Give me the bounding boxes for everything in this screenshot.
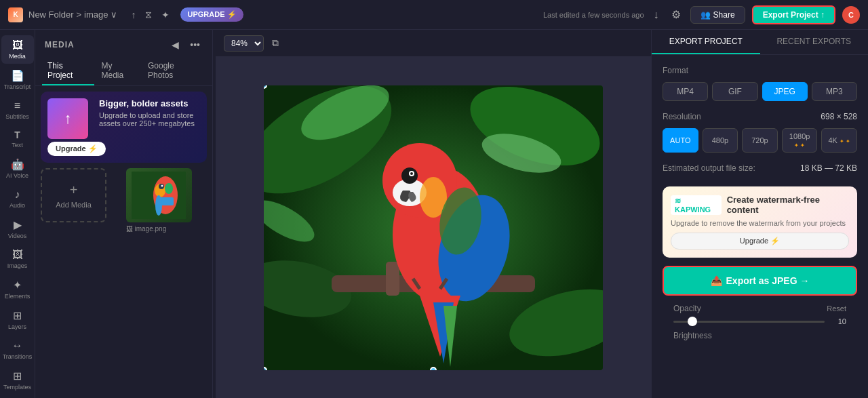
right-panel: EXPORT PROJECT RECENT EXPORTS Format MP4…	[651, 30, 868, 398]
layers-icon: ⊞	[13, 309, 22, 322]
breadcrumb-folder[interactable]: New Folder	[28, 9, 73, 20]
sidebar-item-transitions[interactable]: ↔ Transitions	[1, 336, 34, 364]
sidebar-label-transitions: Transitions	[3, 353, 33, 360]
media-col-right: 🖼 image.png	[126, 168, 208, 233]
sidebar-item-ai-voice[interactable]: 🤖 AI Voice	[1, 154, 34, 183]
opacity-control-row: Opacity Reset	[673, 304, 846, 313]
res-auto[interactable]: AUTO	[663, 128, 698, 153]
sidebar-item-videos[interactable]: ▶ Videos	[1, 214, 34, 243]
transitions-icon: ↔	[12, 340, 23, 352]
opacity-label: Opacity	[673, 304, 701, 313]
media-content: ↑ Bigger, bolder assets Upgrade to uploa…	[35, 86, 212, 398]
canvas-handle-bottom-center[interactable]	[430, 367, 437, 370]
parrot-canvas-svg	[264, 85, 603, 370]
transcript-icon: 📄	[11, 69, 24, 82]
svg-rect-6	[160, 197, 174, 205]
tab-export-project[interactable]: EXPORT PROJECT	[652, 30, 760, 54]
share-button[interactable]: 👥 Share	[690, 6, 745, 24]
sidebar-item-text[interactable]: T Text	[1, 125, 34, 153]
res-4k[interactable]: 4K ✦	[821, 128, 857, 153]
media-grid: + Add Media	[41, 168, 207, 233]
tab-recent-exports[interactable]: RECENT EXPORTS	[760, 30, 869, 54]
sidebar-item-elements[interactable]: ✦ Elements	[1, 275, 34, 304]
magic-icon[interactable]: ✦	[159, 7, 172, 23]
watermark-card-title: Create watermark-free content	[727, 195, 849, 215]
parrot-mini-svg	[132, 172, 186, 219]
sidebar-label-images: Images	[7, 262, 28, 269]
text-icon: T	[14, 130, 20, 140]
opacity-reset[interactable]: Reset	[827, 304, 846, 313]
upgrade-card-button[interactable]: Upgrade ⚡	[47, 142, 106, 156]
add-media-label: Add Media	[56, 201, 92, 209]
res-720p[interactable]: 720p	[742, 128, 778, 153]
format-gif[interactable]: GIF	[712, 82, 757, 101]
opacity-slider[interactable]	[673, 321, 825, 323]
media-more-icon[interactable]: •••	[187, 37, 203, 53]
upgrade-card-title: Bigger, bolder assets	[99, 98, 200, 108]
format-mp4[interactable]: MP4	[663, 82, 708, 101]
sidebar-label-transcript: Transcript	[4, 83, 31, 90]
last-edited-text: Last edited a few seconds ago	[543, 11, 644, 19]
download-icon[interactable]: ↓	[651, 6, 662, 24]
canvas-area: 84% ⧉	[216, 30, 651, 398]
avatar[interactable]: C	[842, 6, 860, 24]
format-mp3[interactable]: MP3	[812, 82, 857, 101]
breadcrumb-file[interactable]: image	[84, 9, 108, 20]
app-logo: K	[8, 7, 23, 22]
fit-canvas-icon[interactable]: ⧉	[269, 35, 281, 52]
sidebar-label-subtitles: Subtitles	[5, 113, 29, 120]
canvas-container[interactable]	[216, 57, 651, 398]
brightness-control-row: Brightness	[673, 331, 846, 340]
upgrade-card-desc: Upgrade to upload and store assets over …	[99, 111, 200, 127]
svg-point-27	[410, 172, 413, 175]
tab-my-media[interactable]: My Media	[96, 57, 140, 85]
media-thumbnail-parrot[interactable]	[126, 168, 192, 222]
res-480p[interactable]: 480p	[703, 128, 738, 153]
kapwing-logo: ≋ KAPWING	[671, 195, 722, 215]
filesize-row: Estimated output file size: 18 KB — 72 K…	[663, 163, 857, 173]
images-icon: 🖼	[12, 249, 23, 261]
share-label: Share	[713, 10, 735, 20]
res-1080p[interactable]: 1080p ✦	[782, 128, 818, 153]
format-jpeg[interactable]: JPEG	[762, 82, 808, 101]
subtitles-icon: ≡	[14, 100, 20, 112]
upgrade-button[interactable]: UPGRADE ⚡	[180, 7, 243, 22]
export-btn-icon: 📤	[711, 275, 722, 286]
tab-this-project[interactable]: This Project	[42, 57, 94, 85]
sidebar-label-videos: Videos	[8, 233, 26, 239]
sidebar-item-templates[interactable]: ⊞ Templates	[1, 365, 34, 395]
media-panel-title: MEDIA	[45, 40, 75, 49]
sidebar-item-subtitles[interactable]: ≡ Subtitles	[1, 96, 34, 124]
resolution-value: 698 × 528	[821, 112, 857, 121]
svg-point-5	[161, 185, 163, 187]
main-layout: 🖼 Media 📄 Transcript ≡ Subtitles T Text …	[0, 30, 868, 398]
watermark-card-desc: Upgrade to remove the watermark from you…	[671, 219, 849, 227]
settings-icon[interactable]: ⚙	[669, 5, 684, 24]
watermark-upgrade-button[interactable]: Upgrade ⚡	[671, 233, 849, 250]
sidebar-item-transcript[interactable]: 📄 Transcript	[1, 65, 34, 94]
upload-thumb-icon: ↑	[64, 110, 72, 127]
history-icon[interactable]: ⧖	[142, 6, 155, 23]
breadcrumb-dropdown-icon[interactable]: ∨	[111, 9, 117, 20]
topbar: K New Folder > image ∨ ↑ ⧖ ✦ UPGRADE ⚡ L…	[0, 0, 868, 30]
zoom-select[interactable]: 84%	[224, 35, 264, 52]
add-media-button[interactable]: + Add Media	[41, 168, 106, 222]
sidebar-item-media[interactable]: 🖼 Media	[1, 35, 34, 64]
sidebar-item-images[interactable]: 🖼 Images	[1, 245, 34, 273]
sidebar-label-media: Media	[9, 53, 26, 60]
media-collapse-icon[interactable]: ◀	[169, 37, 182, 53]
sidebar-label-ai-voice: AI Voice	[6, 172, 28, 179]
upgrade-card: ↑ Bigger, bolder assets Upgrade to uploa…	[41, 92, 207, 163]
sidebar-item-audio[interactable]: ♪ Audio	[1, 184, 34, 213]
file-icon: 🖼	[126, 225, 133, 233]
format-label: Format	[663, 66, 857, 75]
export-as-jpeg-button[interactable]: 📤 Export as JPEG →	[663, 266, 857, 296]
export-project-button[interactable]: Export Project ↑	[752, 5, 835, 24]
tab-google-photos[interactable]: Google Photos	[142, 57, 205, 85]
upload-icon[interactable]: ↑	[128, 7, 138, 23]
svg-point-3	[165, 183, 173, 194]
breadcrumb-sep1: >	[76, 9, 81, 20]
sidebar-item-layers[interactable]: ⊞ Layers	[1, 305, 34, 334]
filesize-value: 18 KB — 72 KB	[800, 163, 857, 173]
right-panel-content: Format MP4 GIF JPEG MP3 Resolution 698 ×…	[652, 55, 868, 398]
